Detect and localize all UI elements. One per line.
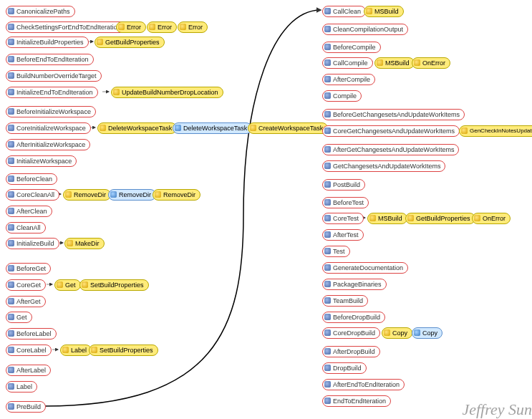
node-corecleanall[interactable]: CoreCleanAll xyxy=(6,189,59,201)
node-e2e[interactable]: EndToEndIteration xyxy=(322,395,391,407)
node-copy2[interactable]: Copy xyxy=(412,327,442,339)
node-postbuild[interactable]: PostBuild xyxy=(322,179,365,191)
node-removedir1[interactable]: RemoveDir xyxy=(63,189,111,201)
node-checksettings[interactable]: CheckSettingsForEndToEndIteration xyxy=(6,21,126,33)
node-initbuild[interactable]: InitializeBuild xyxy=(6,238,59,249)
node-makedir[interactable]: MakeDir xyxy=(64,238,105,249)
node-gendoc[interactable]: GenerateDocumentation xyxy=(322,262,408,274)
node-afterlabel[interactable]: AfterLabel xyxy=(6,365,51,376)
node-onerror1[interactable]: OnError xyxy=(412,57,450,69)
node-getbuildprops1[interactable]: GetBuildProperties xyxy=(95,37,165,48)
node-delws1[interactable]: DeleteWorkspaceTask xyxy=(97,122,177,134)
node-compile[interactable]: Compile xyxy=(322,90,362,102)
label: PackageBinaries xyxy=(333,281,382,288)
node-error1[interactable]: Error xyxy=(116,21,146,33)
node-removedir2[interactable]: RemoveDir xyxy=(108,189,156,201)
node-coregetchg[interactable]: CoreGetChangesetsAndUpdateWorkItems xyxy=(322,125,460,137)
node-inite2e[interactable]: InitializeEndToEndIteration xyxy=(6,87,98,98)
node-canonicalizepaths[interactable]: CanonicalizePaths xyxy=(6,6,75,17)
node-callcompile[interactable]: CallCompile xyxy=(322,57,373,69)
node-afterget[interactable]: AfterGet xyxy=(6,296,46,307)
node-setbuildprops1[interactable]: SetBuildProperties xyxy=(79,279,149,291)
label: BuildNumberOverrideTarget xyxy=(16,72,97,80)
node-afterinitws[interactable]: AfterInitializeWorkspace xyxy=(6,139,90,150)
label: CleanAll xyxy=(16,224,41,231)
node-setbuildprops2[interactable]: SetBuildProperties xyxy=(89,345,158,356)
node-teambuild[interactable]: TeamBuild xyxy=(322,295,368,307)
label: AfterGet xyxy=(16,298,41,305)
node-beforeget[interactable]: BeforeGet xyxy=(6,263,51,274)
node-delws2[interactable]: DeleteWorkspaceTask xyxy=(173,122,252,134)
label: UpdateBuildNumberDropLocation xyxy=(122,89,218,96)
label: SetBuildProperties xyxy=(100,347,153,354)
node-error2[interactable]: Error xyxy=(147,21,177,33)
node-getplain[interactable]: Get xyxy=(6,312,32,323)
node-error3[interactable]: Error xyxy=(178,21,208,33)
label: OnError xyxy=(483,215,506,222)
node-beforegetchg[interactable]: BeforeGetChangesetsAndUpdateWorkItems xyxy=(322,109,465,120)
node-aftere2e[interactable]: AfterEndToEndIteration xyxy=(322,379,405,390)
label: RemoveDir xyxy=(119,191,151,198)
node-coretest[interactable]: CoreTest xyxy=(322,213,364,224)
node-msbuild2[interactable]: MSBuild xyxy=(374,57,415,69)
label: CoreDropBuild xyxy=(333,329,375,337)
node-afterdrop[interactable]: AfterDropBuild xyxy=(322,346,380,357)
label: GenCheckInNotesUpdateWorkItems xyxy=(470,127,532,134)
node-updatebuildnum[interactable]: UpdateBuildNumberDropLocation xyxy=(111,87,223,98)
label: BeforeTest xyxy=(333,199,364,206)
node-getchg[interactable]: GetChangesetsAndUpdateWorkItems xyxy=(322,160,445,172)
node-aftercompile[interactable]: AfterCompile xyxy=(322,74,375,85)
node-beforecompile[interactable]: BeforeCompile xyxy=(322,42,381,53)
node-dropbuild[interactable]: DropBuild xyxy=(322,362,367,374)
label: GetBuildProperties xyxy=(416,215,470,222)
label: DeleteWorkspaceTask xyxy=(108,125,172,132)
label: PreBuild xyxy=(16,403,41,410)
watermark: Jeffrey Sun xyxy=(462,400,532,419)
node-beforelabel[interactable]: BeforeLabel xyxy=(6,328,57,339)
node-beforeinitws[interactable]: BeforeInitializeWorkspace xyxy=(6,106,96,117)
node-aftertest[interactable]: AfterTest xyxy=(322,229,364,241)
node-getbuildprops2[interactable]: GetBuildProperties xyxy=(405,213,475,224)
node-beforee2e[interactable]: BeforeEndToEndIteration xyxy=(6,54,94,65)
label: Test xyxy=(333,248,345,255)
node-coredrop[interactable]: CoreDropBuild xyxy=(322,327,380,339)
label: Copy xyxy=(392,329,407,337)
node-createws[interactable]: CreateWorkspaceTask xyxy=(248,122,328,134)
node-aftergetchg[interactable]: AfterGetChangesetsAndUpdateWorkItems xyxy=(322,144,459,155)
label: CoreCleanAll xyxy=(16,191,54,198)
node-buildnumover[interactable]: BuildNumberOverrideTarget xyxy=(6,70,102,82)
node-labelplain[interactable]: Label xyxy=(6,381,37,392)
label: DropBuild xyxy=(333,365,362,372)
node-msbuild1[interactable]: MSBuild xyxy=(364,6,404,17)
label: InitializeBuildProperties xyxy=(16,39,84,46)
node-removedir3[interactable]: RemoveDir xyxy=(153,189,200,201)
node-callclean[interactable]: CallClean xyxy=(322,6,366,17)
node-beforedrop[interactable]: BeforeDropBuild xyxy=(322,312,385,323)
node-coreget[interactable]: CoreGet xyxy=(6,279,46,291)
node-copy1[interactable]: Copy xyxy=(382,327,412,339)
label: Error xyxy=(127,24,141,31)
label: Compile xyxy=(333,92,357,100)
node-prebuild[interactable]: PreBuild xyxy=(6,401,46,413)
node-corelabel[interactable]: CoreLabel xyxy=(6,345,52,356)
label: BeforeDropBuild xyxy=(333,314,380,321)
node-gencheckin[interactable]: GenCheckInNotesUpdateWorkItems xyxy=(459,125,532,137)
node-cleancompout[interactable]: CleanCompilationOutput xyxy=(322,24,408,35)
node-pkgbin[interactable]: PackageBinaries xyxy=(322,279,387,290)
node-initws[interactable]: InitializeWorkspace xyxy=(6,155,77,167)
label: Label xyxy=(16,383,32,390)
node-msbuild3[interactable]: MSBuild xyxy=(367,213,407,224)
node-test[interactable]: Test xyxy=(322,246,350,257)
node-cleanall[interactable]: CleanAll xyxy=(6,222,46,233)
node-afterclean[interactable]: AfterClean xyxy=(6,206,52,217)
node-beforetest[interactable]: BeforeTest xyxy=(322,197,369,208)
node-onerror2[interactable]: OnError xyxy=(472,213,511,224)
node-getsub[interactable]: Get xyxy=(54,279,81,291)
node-beforeclean[interactable]: BeforeClean xyxy=(6,173,57,185)
label: Label xyxy=(71,347,87,354)
node-labelsub[interactable]: Label xyxy=(60,345,92,356)
node-coreinitws[interactable]: CoreInitializeWorkspace xyxy=(6,122,91,134)
label: AfterTest xyxy=(333,231,359,239)
label: AfterInitializeWorkspace xyxy=(16,141,85,148)
node-initbuildprops[interactable]: InitializeBuildProperties xyxy=(6,37,89,48)
